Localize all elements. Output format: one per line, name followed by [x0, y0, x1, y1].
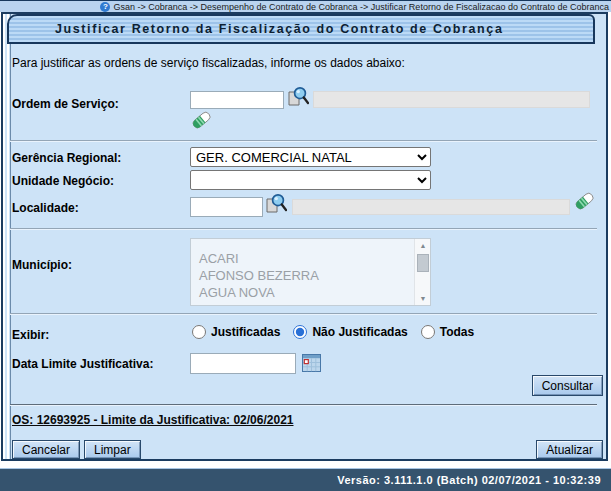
exibir-radio-group: Justificadas Não Justificadas Todas	[192, 325, 482, 339]
data-limite-input[interactable]	[190, 353, 296, 374]
municipio-option: AFONSO BEZERRA	[191, 267, 430, 284]
page-title: Justificar Retorno da Fiscalização do Co…	[55, 22, 503, 36]
scroll-up-icon[interactable]: ▲	[415, 239, 431, 252]
unidade-negocio-select[interactable]	[190, 170, 431, 190]
data-limite-label: Data Limite Justificativa:	[12, 357, 153, 371]
localidade-eraser-icon[interactable]	[574, 191, 595, 211]
radio-nao-justificadas[interactable]	[293, 325, 307, 339]
municipio-option: AGUA NOVA	[191, 284, 430, 301]
page-title-tab: Justificar Retorno da Fiscalização do Co…	[7, 14, 595, 44]
exibir-label: Exibir:	[12, 328, 49, 342]
cancelar-button[interactable]: Cancelar	[12, 440, 80, 459]
separator	[10, 140, 597, 142]
stripe-edge	[3, 14, 11, 459]
footer-version: Versão: 3.111.1.0 (Batch) 02/07/2021 - 1…	[337, 474, 601, 486]
municipio-label: Município:	[12, 258, 72, 272]
municipio-listbox[interactable]: ACARI AFONSO BEZERRA AGUA NOVA ▲ ▼	[190, 238, 431, 306]
localidade-label: Localidade:	[12, 201, 79, 215]
localidade-search-icon[interactable]	[264, 193, 287, 214]
os-link[interactable]: OS: 12693925 - Limite da Justificativa: …	[12, 413, 293, 427]
help-icon[interactable]: ?	[100, 2, 110, 12]
gerencia-regional-select[interactable]: GER. COMERCIAL NATAL	[190, 147, 431, 167]
ordem-servico-search-icon[interactable]	[286, 86, 309, 107]
breadcrumb-bar: ? Gsan -> Cobranca -> Desempenho de Cont…	[0, 0, 611, 12]
localidade-descricao-field	[292, 199, 570, 215]
scrollbar-thumb[interactable]	[417, 254, 429, 272]
atualizar-button[interactable]: Atualizar	[536, 440, 603, 459]
radio-justificadas[interactable]	[192, 325, 206, 339]
listbox-scrollbar[interactable]: ▲ ▼	[414, 239, 430, 305]
breadcrumb: Gsan -> Cobranca -> Desempenho de Contra…	[113, 2, 609, 12]
scroll-down-icon[interactable]: ▼	[415, 292, 431, 305]
bottom-gap	[0, 461, 611, 468]
radio-justificadas-label[interactable]: Justificadas	[211, 325, 280, 339]
separator	[10, 313, 597, 315]
separator	[10, 228, 597, 230]
localidade-input[interactable]	[190, 197, 263, 217]
radio-nao-justificadas-label[interactable]: Não Justificadas	[312, 325, 407, 339]
ordem-servico-eraser-icon[interactable]	[191, 110, 212, 130]
gerencia-regional-label: Gerência Regional:	[12, 151, 121, 165]
calendar-icon[interactable]	[302, 354, 321, 372]
main-panel	[1, 12, 608, 461]
radio-todas-label[interactable]: Todas	[440, 325, 474, 339]
footer-bar: Versão: 3.111.1.0 (Batch) 02/07/2021 - 1…	[0, 468, 611, 491]
separator-dark	[10, 404, 597, 406]
ordem-servico-descricao-field	[313, 91, 590, 108]
intro-text: Para justificar as ordens de serviço fis…	[12, 56, 405, 70]
ordem-servico-label: Ordem de Serviço:	[12, 97, 119, 111]
radio-todas[interactable]	[421, 325, 435, 339]
consultar-button[interactable]: Consultar	[532, 375, 603, 396]
unidade-negocio-label: Unidade Negócio:	[12, 174, 114, 188]
screen: ? Gsan -> Cobranca -> Desempenho de Cont…	[0, 0, 611, 491]
municipio-option: ACARI	[191, 250, 430, 267]
ordem-servico-input[interactable]	[190, 91, 284, 109]
limpar-button[interactable]: Limpar	[84, 440, 141, 459]
